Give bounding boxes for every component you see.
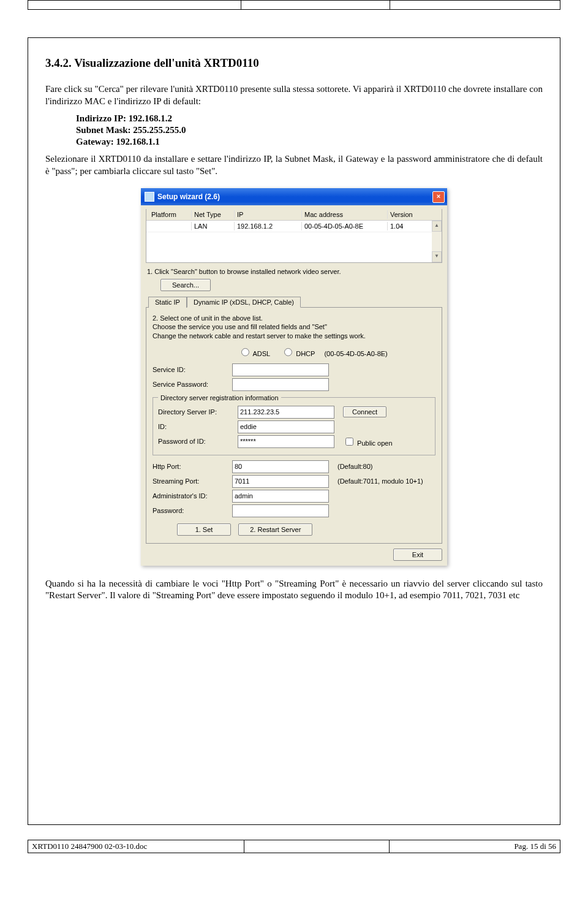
cell-version: 1.04 (388, 222, 424, 230)
label-http-port: Http Port: (153, 463, 232, 470)
cell-mac: 00-05-4D-05-A0-8E (302, 222, 388, 230)
outro-paragraph: Quando si ha la necessità di cambiare le… (45, 578, 543, 602)
exit-button[interactable]: Exit (393, 549, 442, 561)
restart-server-button[interactable]: 2. Restart Server (238, 523, 312, 536)
page-frame: 3.4.2. Visualizzazione dell'unità XRTD01… (28, 37, 560, 825)
col-mac[interactable]: Mac address (302, 210, 388, 219)
intro-paragraph: Fare click su "Cerca" per rilevare l'uni… (45, 83, 543, 107)
ip-tabs: Static IP Dynamic IP (xDSL, DHCP, Cable) (146, 296, 442, 308)
default-ip: Indirizzo IP: 192.168.1.2 (76, 113, 543, 124)
tab-dynamic-ip[interactable]: Dynamic IP (xDSL, DHCP, Cable) (187, 297, 301, 308)
label-password: Password: (153, 507, 232, 514)
public-open-checkbox[interactable]: Public open (343, 436, 393, 447)
col-version[interactable]: Version (388, 210, 424, 219)
directory-fieldset: Directory server registration informatio… (153, 397, 435, 455)
pwd-id-input[interactable] (238, 435, 334, 448)
section-heading: 3.4.2. Visualizzazione dell'unità XRTD01… (45, 56, 543, 70)
cell-platform (149, 222, 192, 230)
label-service-id: Service ID: (153, 366, 232, 373)
service-pwd-input[interactable] (232, 378, 329, 391)
step1-text: 1. Click "Search" button to browse insta… (147, 268, 441, 275)
scroll-down-icon[interactable]: ▼ (432, 251, 442, 262)
search-button[interactable]: Search... (160, 279, 211, 291)
tab-content-dynamic: 2. Select one of unit in the above list.… (146, 308, 442, 544)
footer-page: Pag. 15 di 56 (390, 840, 560, 853)
scroll-up-icon[interactable]: ▲ (432, 221, 442, 232)
header-table (28, 0, 560, 10)
dir-ip-input[interactable] (238, 406, 334, 419)
guide-line-3: Change the network cable and restart ser… (153, 332, 435, 340)
hint-default80: (Default:80) (337, 463, 372, 470)
cell-ip: 192.168.1.2 (235, 222, 302, 230)
admin-id-input[interactable] (232, 490, 329, 503)
password-input[interactable] (232, 504, 329, 517)
set-button[interactable]: 1. Set (177, 523, 231, 536)
col-nettype[interactable]: Net Type (192, 210, 235, 219)
stream-port-input[interactable] (232, 475, 329, 488)
defaults-block: Indirizzo IP: 192.168.1.2 Subnet Mask: 2… (76, 113, 543, 147)
scrollbar[interactable]: ▲ ▼ (432, 221, 442, 262)
device-list: Platform Net Type IP Mac address Version… (146, 209, 442, 263)
radio-adsl[interactable]: ADSL (238, 350, 270, 357)
window-title: Setup wizard (2.6) (157, 192, 432, 201)
titlebar: Setup wizard (2.6) × (141, 188, 447, 205)
label-pwd-id: Password of ID: (158, 438, 238, 445)
guide-text: 2. Select one of unit in the above list.… (153, 314, 435, 340)
list-row[interactable]: LAN 192.168.1.2 00-05-4D-05-A0-8E 1.04 (146, 221, 442, 232)
label-admin-id: Administrator's ID: (153, 492, 232, 500)
label-id: ID: (158, 423, 238, 430)
default-gw: Gateway: 192.168.1.1 (76, 137, 543, 147)
connect-button[interactable]: Connect (343, 406, 386, 417)
radio-dhcp[interactable]: DHCP (281, 350, 315, 357)
label-service-pwd: Service Password: (153, 381, 232, 388)
tab-static-ip[interactable]: Static IP (148, 297, 187, 308)
list-header: Platform Net Type IP Mac address Version (146, 209, 442, 221)
label-dir-ip: Directory Server IP: (158, 408, 238, 416)
footer-strip: XRTD0110 24847900 02-03-10.doc Pag. 15 d… (28, 840, 560, 853)
cell-nettype: LAN (192, 222, 235, 230)
close-icon[interactable]: × (432, 191, 445, 203)
guide-line-1: 2. Select one of unit in the above list. (153, 314, 435, 322)
mac-display: (00-05-4D-05-A0-8E) (324, 350, 387, 357)
label-stream-port: Streaming Port: (153, 477, 232, 485)
service-id-input[interactable] (232, 363, 329, 376)
guide-line-2: Choose the service you use and fill rela… (153, 322, 435, 331)
footer-filename: XRTD0110 24847900 02-03-10.doc (28, 840, 244, 853)
col-ip[interactable]: IP (235, 210, 302, 219)
para-2: Selezionare il XRTD0110 da installare e … (45, 153, 543, 177)
hint-default7011: (Default:7011, modulo 10+1) (337, 477, 423, 485)
id-input[interactable] (238, 420, 334, 433)
default-mask: Subnet Mask: 255.255.255.0 (76, 125, 543, 135)
fieldset-legend: Directory server registration informatio… (158, 394, 281, 401)
col-platform[interactable]: Platform (149, 210, 192, 219)
setup-wizard-window: Setup wizard (2.6) × Platform Net Type I… (141, 188, 447, 566)
app-icon (145, 192, 154, 202)
http-port-input[interactable] (232, 460, 329, 473)
